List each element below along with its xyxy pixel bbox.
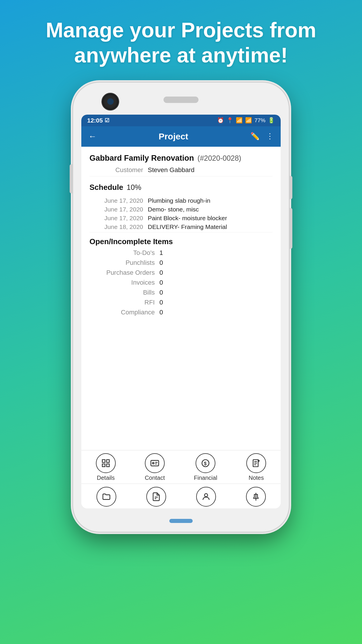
item-rfi: RFI 0 (89, 299, 273, 306)
project-id: (#2020-0028) (198, 154, 241, 162)
customer-row: Customer Steven Gabbard (89, 166, 273, 174)
card-icon (150, 459, 159, 468)
svg-rect-1 (107, 460, 109, 462)
document-icon (152, 492, 161, 501)
note-icon (252, 459, 261, 468)
details-icon-circle (96, 453, 116, 473)
schedule-title: Schedule (89, 183, 123, 192)
project-title-row: Gabbard Family Renovation (#2020-0028) (89, 154, 273, 163)
financial-label: Financial (194, 475, 217, 481)
schedule-percent: 10% (127, 183, 141, 192)
nav2-pin[interactable] (246, 487, 266, 507)
edit-button[interactable]: ✏️ (250, 132, 260, 141)
side-button (289, 208, 292, 249)
app-bar-actions: ✏️ ⋮ (250, 132, 274, 141)
schedule-task-2: Paint Block- moisture blocker (148, 215, 227, 222)
schedule-item-3: June 18, 2020 DELIVERY- Framing Material (89, 223, 273, 230)
value-compliance: 0 (159, 309, 163, 316)
power-button (289, 176, 292, 199)
bottom-nav: Details Contact (81, 450, 281, 484)
schedule-task-3: DELIVERY- Framing Material (148, 223, 227, 230)
item-purchase-orders: Purchase Orders 0 (89, 269, 273, 276)
nav-notes[interactable]: Notes (246, 453, 266, 481)
status-icons: ⏰ 📍 📶 📶 77% 🔋 (217, 117, 275, 124)
bottom-nav2 (81, 484, 281, 508)
schedule-date-0: June 17, 2020 (89, 197, 148, 204)
dollar-icon: $ (201, 459, 210, 468)
svg-rect-2 (102, 464, 105, 466)
folder-icon (102, 492, 111, 501)
hero-tagline: Manage your Projects from anywhere at an… (0, 0, 362, 80)
financial-icon-circle: $ (196, 453, 215, 473)
schedule-date-1: June 17, 2020 (89, 206, 148, 213)
status-bar: 12:05 ☑ ⏰ 📍 📶 📶 77% 🔋 (81, 115, 281, 126)
schedule-date-2: June 17, 2020 (89, 215, 148, 222)
customer-value: Steven Gabbard (148, 166, 194, 174)
location-icon: 📍 (226, 117, 233, 124)
customer-label: Customer (89, 166, 148, 174)
schedule-item-0: June 17, 2020 Plumbing slab rough-in (89, 197, 273, 204)
schedule-item-2: June 17, 2020 Paint Block- moisture bloc… (89, 215, 273, 222)
app-bar-title: Project (159, 132, 188, 141)
nav-details[interactable]: Details (96, 453, 116, 481)
item-punchlists: Punchlists 0 (89, 259, 273, 267)
schedule-header-row: Schedule 10% (89, 178, 273, 195)
more-button[interactable]: ⋮ (266, 132, 274, 141)
contact-icon-circle (145, 453, 165, 473)
details-label: Details (97, 475, 115, 481)
label-bills: Bills (89, 289, 159, 296)
time-display: 12:05 (87, 117, 103, 124)
phone-mockup: 12:05 ☑ ⏰ 📍 📶 📶 77% 🔋 ← Project ✏️ (73, 83, 289, 532)
back-button[interactable]: ← (88, 132, 96, 141)
label-purchase-orders: Purchase Orders (89, 269, 159, 276)
project-name: Gabbard Family Renovation (89, 154, 194, 163)
value-invoices: 0 (159, 279, 163, 286)
signal-icon: 📶 (245, 117, 252, 124)
label-invoices: Invoices (89, 279, 159, 286)
divider-2 (89, 232, 273, 232)
main-content: Gabbard Family Renovation (#2020-0028) C… (81, 147, 281, 450)
item-bills: Bills 0 (89, 289, 273, 296)
value-bills: 0 (159, 289, 163, 296)
schedule-list: June 17, 2020 Plumbing slab rough-in Jun… (89, 197, 273, 230)
svg-text:$: $ (204, 461, 207, 466)
battery-icon: 🔋 (268, 117, 275, 124)
doc-icon-circle (146, 487, 166, 507)
app-bar: ← Project ✏️ ⋮ (81, 126, 281, 147)
nav2-doc[interactable] (146, 487, 166, 507)
user-icon-circle (196, 487, 216, 507)
status-check-icon: ☑ (105, 117, 109, 124)
folder-icon-circle (96, 487, 116, 507)
nav-contact[interactable]: Contact (145, 453, 165, 481)
nav-financial[interactable]: $ Financial (194, 453, 217, 481)
alarm-icon: ⏰ (217, 117, 224, 124)
svg-rect-3 (107, 464, 109, 466)
nav2-user[interactable] (196, 487, 216, 507)
contact-label: Contact (145, 475, 165, 481)
home-indicator (169, 519, 193, 523)
notes-icon-circle (246, 453, 266, 473)
label-punchlists: Punchlists (89, 259, 159, 267)
pin-icon-circle (246, 487, 266, 507)
open-items-title: Open/Incomplete Items (89, 237, 273, 246)
volume-button (70, 164, 73, 193)
label-compliance: Compliance (89, 309, 159, 316)
schedule-task-0: Plumbing slab rough-in (148, 197, 210, 204)
phone-screen: 12:05 ☑ ⏰ 📍 📶 📶 77% 🔋 ← Project ✏️ (81, 115, 281, 508)
svg-point-16 (204, 494, 208, 497)
wifi-icon: 📶 (236, 117, 243, 124)
nav2-folder[interactable] (96, 487, 116, 507)
schedule-task-1: Demo- stone, misc (148, 206, 199, 213)
phone-shell: 12:05 ☑ ⏰ 📍 📶 📶 77% 🔋 ← Project ✏️ (73, 83, 289, 532)
pin-icon (251, 492, 261, 501)
open-items-list: To-Do's 1 Punchlists 0 Purchase Orders 0… (89, 249, 273, 316)
schedule-item-1: June 17, 2020 Demo- stone, misc (89, 206, 273, 213)
battery-percent: 77% (254, 117, 266, 124)
value-punchlists: 0 (159, 259, 163, 267)
item-invoices: Invoices 0 (89, 279, 273, 286)
status-time: 12:05 ☑ (87, 117, 109, 124)
item-todos: To-Do's 1 (89, 249, 273, 257)
front-camera (102, 94, 118, 110)
label-rfi: RFI (89, 299, 159, 306)
svg-point-5 (152, 462, 154, 464)
